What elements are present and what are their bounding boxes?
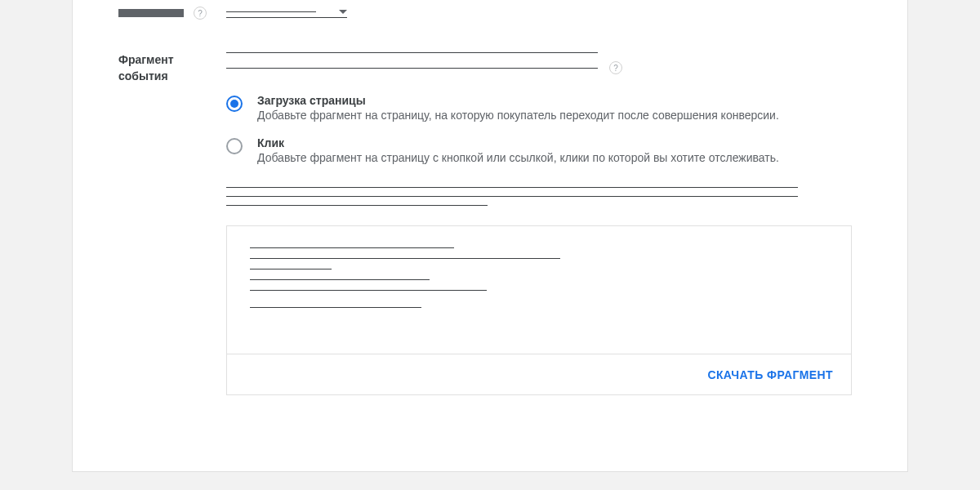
radio-desc: Добавьте фрагмент на страницу с кнопкой …	[257, 151, 779, 164]
section-description-redacted: ?	[226, 52, 829, 74]
event-snippet-section: Фрагмент события ? Загрузка страницы	[118, 52, 862, 395]
code-snippet-footer: СКАЧАТЬ ФРАГМЕНТ	[227, 354, 851, 394]
redacted-label	[118, 9, 184, 17]
event-snippet-content: ? Загрузка страницы Добавьте фрагмент на…	[226, 52, 862, 395]
dropdown-field[interactable]	[226, 8, 347, 18]
radio-page-load[interactable]: Загрузка страницы Добавьте фрагмент на с…	[226, 94, 862, 122]
setting-row-top: ?	[118, 7, 862, 20]
radio-title: Клик	[257, 136, 779, 149]
radio-click[interactable]: Клик Добавьте фрагмент на страницу с кно…	[226, 136, 862, 164]
code-snippet-content-redacted	[227, 226, 851, 354]
snippet-trigger-radios: Загрузка страницы Добавьте фрагмент на с…	[226, 94, 862, 164]
download-snippet-button[interactable]: СКАЧАТЬ ФРАГМЕНТ	[707, 368, 833, 381]
code-snippet-box: СКАЧАТЬ ФРАГМЕНТ	[226, 225, 852, 395]
chevron-down-icon	[339, 10, 347, 14]
dropdown-value-redacted	[226, 11, 316, 12]
help-icon[interactable]: ?	[194, 7, 207, 20]
setting-label-col: ?	[118, 7, 223, 20]
radio-title: Загрузка страницы	[257, 94, 779, 107]
radio-indicator-selected-icon	[226, 96, 243, 112]
radio-desc: Добавьте фрагмент на страницу, на котору…	[257, 109, 779, 122]
settings-card: ? Фрагмент события ?	[72, 0, 908, 472]
snippet-instructions-redacted	[226, 187, 862, 206]
section-label: Фрагмент события	[118, 52, 223, 84]
help-icon[interactable]: ?	[609, 61, 622, 74]
radio-indicator-unselected-icon	[226, 138, 243, 154]
